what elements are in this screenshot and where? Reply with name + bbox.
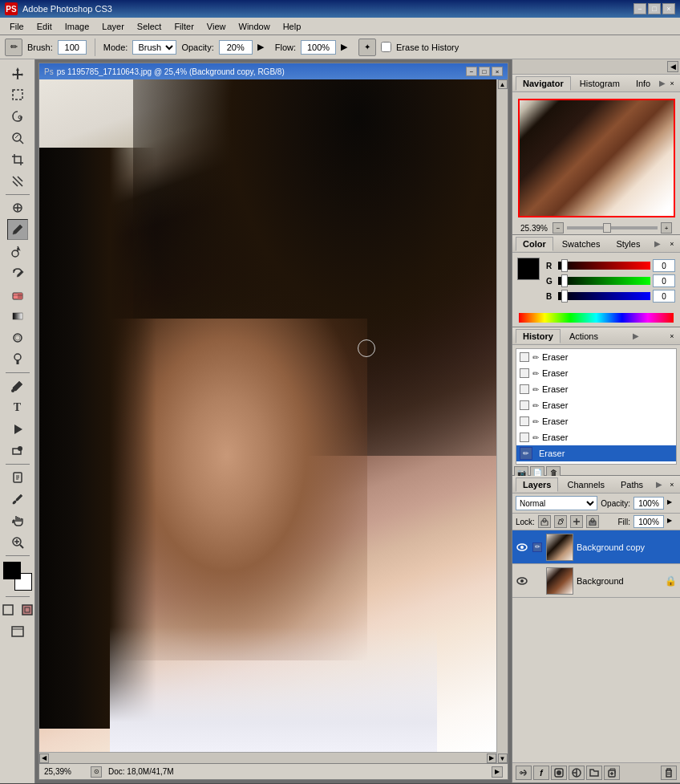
layer-link-bg-copy[interactable]: ✏ <box>532 542 543 553</box>
flow-input[interactable] <box>301 40 336 55</box>
channel-r-slider[interactable] <box>558 262 650 270</box>
status-preview-btn[interactable]: ⊙ <box>91 766 102 778</box>
layer-background-copy[interactable]: ✏ Background copy <box>512 530 680 564</box>
tab-paths[interactable]: Paths <box>613 477 650 492</box>
move-tool[interactable] <box>7 63 28 83</box>
dodge-tool[interactable] <box>7 349 28 370</box>
layer-visibility-bg-copy[interactable] <box>516 541 528 554</box>
tab-history[interactable]: History <box>516 329 561 343</box>
menu-view[interactable]: View <box>200 20 233 33</box>
navigator-panel-options[interactable]: ▶ <box>659 79 666 87</box>
tab-actions[interactable]: Actions <box>562 329 605 343</box>
scroll-right-btn[interactable]: ▶ <box>487 754 496 763</box>
mode-select[interactable]: Brush <box>132 40 176 55</box>
history-checkbox-3[interactable] <box>520 384 529 394</box>
history-item-1[interactable]: ✏ Eraser <box>516 349 676 365</box>
link-layers-btn[interactable] <box>516 766 532 780</box>
scroll-down-btn[interactable]: ▼ <box>498 754 508 763</box>
text-tool[interactable]: T <box>7 397 28 418</box>
layer-background[interactable]: Background 🔒 <box>512 564 680 598</box>
quick-mask-btn[interactable] <box>18 601 36 619</box>
history-item-7[interactable]: ✏ Eraser <box>516 445 676 461</box>
blur-tool[interactable] <box>7 327 28 348</box>
navigator-panel-close[interactable]: × <box>667 79 677 88</box>
channel-b-slider[interactable] <box>558 292 650 300</box>
scroll-up-btn[interactable]: ▲ <box>498 79 508 89</box>
channel-r-value[interactable]: 0 <box>653 259 675 272</box>
vertical-scrollbar[interactable]: ▲ ▼ <box>496 79 508 763</box>
channel-g-value[interactable]: 0 <box>653 274 675 287</box>
history-checkbox-1[interactable] <box>520 352 529 362</box>
foreground-color-swatch[interactable] <box>517 258 540 280</box>
fill-arrow[interactable]: ▶ <box>667 517 677 526</box>
history-checkbox-6[interactable] <box>520 433 529 442</box>
close-button[interactable]: × <box>662 3 675 14</box>
color-spectrum-bar[interactable] <box>519 313 674 323</box>
channel-b-value[interactable]: 0 <box>653 290 675 303</box>
tab-navigator[interactable]: Navigator <box>516 76 571 91</box>
standard-mode-btn[interactable] <box>0 601 17 619</box>
zoom-slider-thumb[interactable] <box>603 223 611 233</box>
screen-mode-btn[interactable] <box>7 621 28 642</box>
menu-edit[interactable]: Edit <box>30 20 59 33</box>
history-panel-options[interactable]: ▶ <box>633 331 639 340</box>
history-item-2[interactable]: ✏ Eraser <box>516 365 676 381</box>
shape-tool[interactable] <box>7 441 28 461</box>
history-item-4[interactable]: ✏ Eraser <box>516 397 676 413</box>
tab-info[interactable]: Info <box>629 76 658 91</box>
clone-stamp-tool[interactable] <box>7 241 28 262</box>
crop-tool[interactable] <box>7 149 28 170</box>
history-item-3[interactable]: ✏ Eraser <box>516 381 676 397</box>
hand-tool[interactable] <box>7 510 28 531</box>
history-item-5[interactable]: ✏ Eraser <box>516 413 676 429</box>
layers-panel-close[interactable]: × <box>667 480 677 489</box>
menu-image[interactable]: Image <box>59 20 96 33</box>
horizontal-scrollbar[interactable]: ◀ ▶ <box>39 752 496 763</box>
opacity-value[interactable]: 100% <box>633 497 664 510</box>
channel-g-thumb[interactable] <box>561 274 568 287</box>
canvas-content[interactable] <box>39 79 508 763</box>
channel-g-slider[interactable] <box>558 277 650 285</box>
menu-select[interactable]: Select <box>131 20 168 33</box>
foreground-color-box[interactable] <box>3 562 21 579</box>
zoom-slider[interactable] <box>567 226 658 230</box>
lock-image-btn[interactable] <box>554 515 567 528</box>
add-mask-btn[interactable] <box>551 766 567 780</box>
tool-preset-picker[interactable]: ✏ <box>5 39 22 56</box>
path-select-tool[interactable] <box>7 419 28 440</box>
delete-layer-btn[interactable] <box>661 766 677 780</box>
maximize-button[interactable]: □ <box>648 3 661 14</box>
new-group-btn[interactable] <box>586 766 602 780</box>
status-arrow-btn[interactable]: ▶ <box>492 766 503 778</box>
opacity-arrow[interactable]: ▶ <box>667 498 677 508</box>
canvas-close-btn[interactable]: × <box>492 67 503 76</box>
flow-arrow[interactable]: ▶ <box>341 41 354 54</box>
gradient-tool[interactable] <box>7 306 28 327</box>
color-panel-close[interactable]: × <box>667 239 677 249</box>
history-panel-close[interactable]: × <box>667 331 677 341</box>
new-layer-btn[interactable] <box>604 766 620 780</box>
erase-to-history-checkbox[interactable] <box>381 42 391 52</box>
lock-all-btn[interactable] <box>586 515 599 528</box>
menu-filter[interactable]: Filter <box>168 20 200 33</box>
zoom-tool[interactable] <box>7 532 28 553</box>
scroll-left-btn[interactable]: ◀ <box>39 754 49 763</box>
pen-tool[interactable] <box>7 376 28 396</box>
blend-mode-select[interactable]: Normal <box>516 496 597 510</box>
brush-tool[interactable] <box>7 219 28 240</box>
canvas-maximize-btn[interactable]: □ <box>479 67 490 76</box>
layer-visibility-bg[interactable] <box>516 575 528 587</box>
zoom-out-btn[interactable]: − <box>552 222 564 234</box>
tab-channels[interactable]: Channels <box>560 477 611 492</box>
opacity-input[interactable] <box>219 40 253 55</box>
new-adjustment-btn[interactable] <box>569 766 585 780</box>
lock-transparent-btn[interactable] <box>538 515 551 528</box>
history-brush-tool[interactable] <box>7 262 28 283</box>
eyedropper-tool[interactable] <box>7 489 28 510</box>
history-checkbox-5[interactable] <box>520 416 529 426</box>
history-checkbox-4[interactable] <box>520 400 529 410</box>
channel-b-thumb[interactable] <box>561 290 568 303</box>
airbrush-btn[interactable]: ✦ <box>358 39 376 56</box>
tab-histogram[interactable]: Histogram <box>573 76 627 91</box>
menu-help[interactable]: Help <box>277 20 308 33</box>
